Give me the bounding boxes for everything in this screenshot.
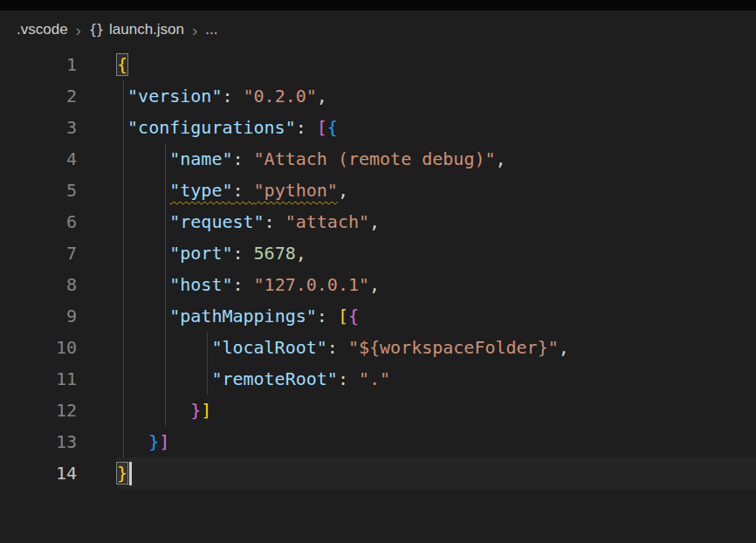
- token-json-number[interactable]: 5678: [254, 243, 296, 264]
- code-area[interactable]: { "version": "0.2.0", "configurations": …: [79, 49, 756, 489]
- breadcrumb-label: .vscode: [17, 21, 68, 38]
- token-punctuation[interactable]: :: [232, 274, 253, 295]
- token-json-string[interactable]: "Attach (remote debug)": [254, 148, 496, 169]
- code-line[interactable]: "type": "python",: [117, 175, 756, 206]
- breadcrumb-chevron-icon: ›: [76, 22, 81, 38]
- line-number[interactable]: 11: [0, 363, 79, 395]
- line-number[interactable]: 4: [0, 143, 79, 175]
- code-line[interactable]: }]: [117, 395, 756, 426]
- line-number[interactable]: 7: [0, 237, 79, 269]
- token-bracket[interactable]: [: [317, 117, 327, 138]
- token-punctuation[interactable]: :: [265, 211, 285, 232]
- indent[interactable]: [117, 243, 169, 264]
- token-punctuation[interactable]: ,: [369, 211, 380, 232]
- token-punctuation[interactable]: :: [222, 86, 243, 107]
- token-json-key[interactable]: "version": [127, 86, 222, 107]
- token-punctuation[interactable]: ,: [296, 243, 306, 264]
- line-number[interactable]: 9: [0, 300, 79, 332]
- token-json-key[interactable]: "request": [169, 211, 264, 232]
- token-json-key[interactable]: "host": [169, 274, 232, 295]
- token-json-string[interactable]: "127.0.0.1": [254, 274, 369, 295]
- token-punctuation[interactable]: ,: [317, 86, 327, 107]
- token-punctuation[interactable]: :: [296, 117, 317, 138]
- token-bracket[interactable]: {: [348, 306, 359, 326]
- indent[interactable]: [117, 86, 127, 107]
- token-punctuation[interactable]: ,: [338, 180, 348, 201]
- indent[interactable]: [117, 368, 211, 389]
- breadcrumb-label: ...: [205, 21, 217, 38]
- token-punctuation[interactable]: :: [232, 180, 253, 201]
- line-number[interactable]: 2: [0, 80, 79, 112]
- editor: 1234567891011121314 { "version": "0.2.0"…: [0, 49, 756, 489]
- line-number[interactable]: 14: [0, 457, 79, 489]
- indent[interactable]: [117, 306, 169, 326]
- line-number[interactable]: 12: [0, 395, 79, 426]
- token-punctuation[interactable]: :: [327, 337, 348, 358]
- code-line[interactable]: "configurations": [{: [117, 112, 756, 143]
- indent[interactable]: [117, 148, 169, 169]
- code-line[interactable]: "version": "0.2.0",: [117, 80, 756, 112]
- token-punctuation[interactable]: ,: [369, 274, 380, 295]
- token-json-string[interactable]: "${workspaceFolder}": [348, 337, 559, 358]
- line-number[interactable]: 8: [0, 269, 79, 300]
- token-punctuation[interactable]: :: [232, 243, 253, 264]
- line-number[interactable]: 5: [0, 175, 79, 206]
- token-json-key[interactable]: "configurations": [127, 117, 296, 138]
- indent[interactable]: [117, 180, 169, 201]
- token-json-key[interactable]: "pathMappings": [169, 306, 317, 326]
- gutter: 1234567891011121314: [0, 49, 79, 489]
- breadcrumb-item-launch-json-file[interactable]: {}launch.json: [89, 21, 184, 38]
- token-json-key[interactable]: "type": [169, 180, 232, 201]
- indent[interactable]: [117, 337, 211, 358]
- token-bracket[interactable]: [: [338, 306, 348, 326]
- code-line[interactable]: "port": 5678,: [117, 237, 756, 269]
- indent[interactable]: [117, 211, 169, 232]
- tab-bar-edge: [0, 0, 756, 10]
- token-bracket[interactable]: }: [148, 431, 159, 452]
- token-json-key[interactable]: "remoteRoot": [211, 368, 338, 389]
- breadcrumb: .vscode›{}launch.json›...: [0, 10, 756, 49]
- code-line[interactable]: }: [117, 457, 756, 489]
- breadcrumb-chevron-icon: ›: [192, 22, 197, 38]
- token-bracket[interactable]: {: [327, 117, 338, 138]
- token-bracket[interactable]: ]: [201, 400, 211, 421]
- token-punctuation[interactable]: ,: [496, 148, 506, 169]
- token-json-string[interactable]: "attach": [285, 211, 369, 232]
- code-line[interactable]: }]: [117, 426, 756, 457]
- line-number[interactable]: 6: [0, 206, 79, 237]
- indent[interactable]: [117, 274, 169, 295]
- token-punctuation[interactable]: :: [232, 148, 253, 169]
- code-line[interactable]: {: [117, 49, 756, 80]
- text-cursor: [129, 462, 132, 485]
- breadcrumb-item-more[interactable]: ...: [205, 21, 217, 38]
- line-number[interactable]: 13: [0, 426, 79, 457]
- token-json-key[interactable]: "port": [169, 243, 232, 264]
- code-line[interactable]: "remoteRoot": ".": [117, 363, 756, 395]
- line-number[interactable]: 10: [0, 332, 79, 363]
- matched-bracket[interactable]: {: [116, 53, 128, 76]
- token-json-key[interactable]: "name": [169, 148, 232, 169]
- token-json-string[interactable]: "0.2.0": [244, 86, 317, 107]
- breadcrumb-item-vscode-folder[interactable]: .vscode: [17, 21, 68, 38]
- indent[interactable]: [117, 400, 190, 421]
- matched-bracket[interactable]: }: [116, 462, 128, 485]
- code-line[interactable]: "pathMappings": [{: [117, 300, 756, 332]
- token-punctuation[interactable]: ,: [559, 337, 569, 358]
- indent[interactable]: [117, 431, 148, 452]
- token-json-string[interactable]: ".": [359, 368, 390, 389]
- json-braces-icon: {}: [89, 22, 103, 38]
- indent[interactable]: [117, 117, 127, 138]
- token-punctuation[interactable]: :: [338, 368, 359, 389]
- code-line[interactable]: "host": "127.0.0.1",: [117, 269, 756, 300]
- token-json-string[interactable]: "python": [254, 180, 338, 201]
- token-bracket[interactable]: }: [190, 400, 201, 421]
- token-punctuation[interactable]: :: [317, 306, 338, 326]
- code-line[interactable]: "localRoot": "${workspaceFolder}",: [117, 332, 756, 363]
- code-line[interactable]: "request": "attach",: [117, 206, 756, 237]
- line-number[interactable]: 3: [0, 112, 79, 143]
- token-bracket[interactable]: ]: [159, 431, 169, 452]
- breadcrumb-label: launch.json: [109, 21, 184, 38]
- token-json-key[interactable]: "localRoot": [211, 337, 326, 358]
- code-line[interactable]: "name": "Attach (remote debug)",: [117, 143, 756, 175]
- line-number[interactable]: 1: [0, 49, 79, 80]
